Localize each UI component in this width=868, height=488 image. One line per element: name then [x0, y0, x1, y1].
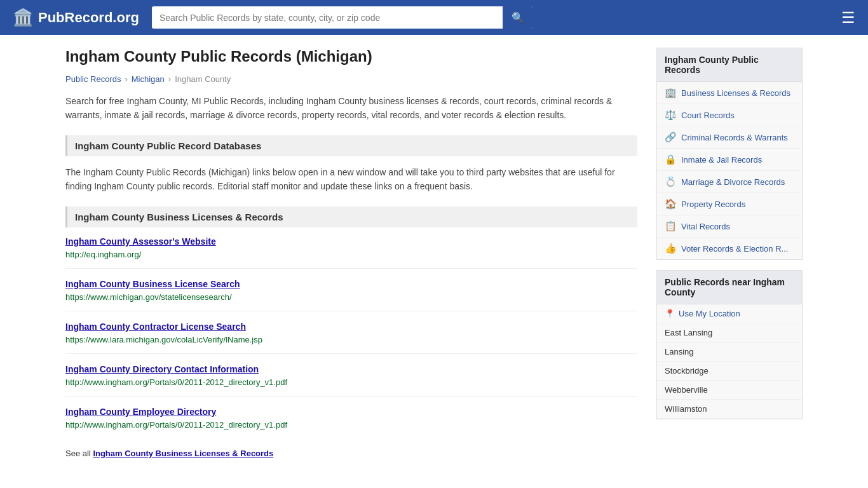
sidebar-item-icon: 👍 [665, 243, 676, 254]
nearby-location-label: Lansing [665, 347, 694, 356]
sidebar-item-icon: 💍 [665, 176, 676, 187]
nearby-location-item[interactable]: Stockbridge [657, 362, 802, 381]
menu-icon[interactable]: ☰ [841, 9, 855, 27]
databases-description: The Ingham County Public Records (Michig… [65, 165, 637, 194]
breadcrumb-michigan[interactable]: Michigan [132, 74, 165, 84]
see-all-link[interactable]: Ingham County Business Licenses & Record… [93, 449, 273, 458]
site-header: 🏛️ PubRecord.org 🔍 ☰ [0, 0, 868, 35]
sidebar-item-label: Vital Records [681, 222, 730, 231]
sidebar-item-icon: 🏠 [665, 198, 676, 210]
page-container: Ingham County Public Records (Michigan) … [53, 35, 815, 471]
sidebar-item-icon: 🏢 [665, 87, 676, 98]
record-title[interactable]: Ingham County Employee Directory [65, 407, 637, 417]
logo-icon: 🏛️ [13, 8, 33, 27]
sidebar-item[interactable]: 🏢 Business Licenses & Records [657, 82, 802, 104]
sidebar-item-icon: 📋 [665, 220, 676, 232]
sidebar-item-label: Marriage & Divorce Records [681, 177, 785, 187]
sidebar-item[interactable]: 📋 Vital Records [657, 215, 802, 238]
sidebar-item-icon: 🔒 [665, 154, 676, 165]
sidebar-item[interactable]: 🔒 Inmate & Jail Records [657, 149, 802, 171]
record-title[interactable]: Ingham County Directory Contact Informat… [65, 364, 637, 374]
business-section-header: Ingham County Business Licenses & Record… [65, 207, 637, 227]
nearby-location-item[interactable]: East Lansing [657, 323, 802, 342]
breadcrumb-public-records[interactable]: Public Records [65, 74, 121, 84]
record-title[interactable]: Ingham County Contractor License Search [65, 322, 637, 332]
list-item: Ingham County Contractor License Search … [65, 322, 637, 354]
nearby-location-label: Stockbridge [665, 366, 709, 376]
sidebar-item-label: Business Licenses & Records [681, 88, 790, 98]
record-url: http://www.ingham.org/Portals/0/2011-201… [65, 377, 287, 387]
sidebar-item-label: Criminal Records & Warrants [681, 133, 788, 142]
records-container: Ingham County Assessor's Website http://… [65, 236, 637, 438]
nearby-location-item[interactable]: Lansing [657, 342, 802, 362]
nearby-locations: East LansingLansingStockbridgeWebbervill… [657, 323, 802, 419]
site-logo[interactable]: 🏛️ PubRecord.org [13, 8, 139, 27]
sidebar-nearby-section: Public Records near Ingham County 📍 Use … [656, 270, 803, 419]
list-item: Ingham County Directory Contact Informat… [65, 364, 637, 396]
search-button[interactable]: 🔍 [503, 6, 533, 29]
sidebar-county-section: Ingham County Public Records 🏢 Business … [656, 48, 803, 260]
use-location[interactable]: 📍 Use My Location [657, 304, 802, 323]
breadcrumb: Public Records › Michigan › Ingham Count… [65, 74, 637, 84]
list-item: Ingham County Business License Search ht… [65, 279, 637, 311]
nearby-location-label: Webberville [665, 385, 708, 395]
sidebar-item[interactable]: 💍 Marriage & Divorce Records [657, 171, 802, 193]
record-url: https://www.michigan.gov/statelicensesea… [65, 292, 232, 302]
databases-section-header: Ingham County Public Record Databases [65, 135, 637, 156]
list-item: Ingham County Employee Directory http://… [65, 407, 637, 438]
record-url: http://eq.ingham.org/ [65, 250, 141, 259]
page-title: Ingham County Public Records (Michigan) [65, 48, 637, 65]
main-content: Ingham County Public Records (Michigan) … [65, 48, 637, 458]
sidebar-item-label: Inmate & Jail Records [681, 155, 762, 165]
logo-text: PubRecord.org [38, 10, 139, 26]
record-title[interactable]: Ingham County Business License Search [65, 279, 637, 289]
list-item: Ingham County Assessor's Website http://… [65, 236, 637, 269]
sidebar-item-icon: ⚖️ [665, 109, 676, 121]
sidebar-item[interactable]: 🔗 Criminal Records & Warrants [657, 126, 802, 149]
record-title[interactable]: Ingham County Assessor's Website [65, 236, 637, 247]
sidebar-items: 🏢 Business Licenses & Records ⚖️ Court R… [657, 82, 802, 259]
sidebar-item[interactable]: 🏠 Property Records [657, 193, 802, 215]
nearby-location-label: East Lansing [665, 328, 712, 337]
sidebar-item-icon: 🔗 [665, 132, 676, 143]
sidebar-item[interactable]: 👍 Voter Records & Election R... [657, 238, 802, 259]
breadcrumb-current: Ingham County [175, 74, 231, 84]
sidebar-county-title: Ingham County Public Records [657, 48, 802, 82]
sidebar-item-label: Court Records [681, 111, 735, 120]
search-input[interactable] [152, 8, 503, 28]
sidebar-item-label: Voter Records & Election R... [681, 244, 788, 254]
nearby-location-item[interactable]: Webberville [657, 381, 802, 400]
sidebar-item-label: Property Records [681, 200, 745, 209]
sidebar-nearby-title: Public Records near Ingham County [657, 271, 802, 304]
search-bar: 🔍 [152, 6, 533, 29]
page-description: Search for free Ingham County, MI Public… [65, 94, 637, 123]
record-url: https://www.lara.michigan.gov/colaLicVer… [65, 335, 262, 344]
location-pin-icon: 📍 [665, 309, 675, 318]
see-all: See all Ingham County Business Licenses … [65, 449, 637, 458]
sidebar-item[interactable]: ⚖️ Court Records [657, 104, 802, 126]
nearby-location-item[interactable]: Williamston [657, 400, 802, 419]
nearby-location-label: Williamston [665, 404, 707, 414]
sidebar: Ingham County Public Records 🏢 Business … [656, 48, 803, 458]
record-url: http://www.ingham.org/Portals/0/2011-201… [65, 420, 287, 430]
